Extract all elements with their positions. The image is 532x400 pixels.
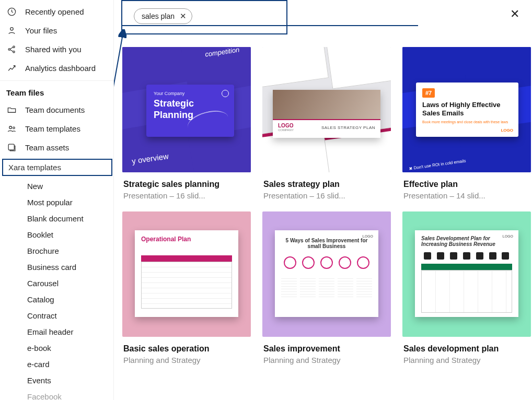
template-subtitle: Planning and Strategy <box>123 356 250 364</box>
thumb-text: Sales Development Plan for Increasing Bu… <box>421 236 512 247</box>
xara-brochure[interactable]: Brochure <box>0 243 113 259</box>
main: sales plan ✕ ✕ competition y overview <box>114 0 532 400</box>
template-card[interactable]: LOGO 5 Ways of Sales Improvement for sma… <box>262 211 391 364</box>
nav-label: Recently opened <box>25 7 84 16</box>
template-title: Sales strategy plan <box>263 180 390 189</box>
svg-rect-7 <box>8 144 14 150</box>
thumb-text: LOGO <box>502 234 513 238</box>
xara-most-popular[interactable]: Most popular <box>0 194 113 210</box>
share-icon <box>6 44 17 54</box>
nav-label: Shared with you <box>25 45 82 54</box>
search-chip-text: sales plan <box>142 12 175 20</box>
xara-blank-document[interactable]: Blank document <box>0 210 113 227</box>
nav-team-assets[interactable]: Team assets <box>0 138 113 157</box>
nav-team-templates[interactable]: Team templates <box>0 119 113 138</box>
nav-team-documents[interactable]: Team documents <box>0 100 113 119</box>
svg-point-6 <box>13 127 15 129</box>
template-subtitle: Presentation – 14 slid... <box>403 191 530 200</box>
thumb-text: Operational Plan <box>141 236 232 243</box>
template-grid: competition y overview Your Company Stra… <box>121 47 532 364</box>
thumb-text: Your Company <box>154 91 227 96</box>
template-card[interactable]: LOGO Sales Development Plan for Increasi… <box>402 211 531 364</box>
close-icon[interactable]: ✕ <box>510 7 519 21</box>
template-title: Sales improvement <box>263 344 390 354</box>
template-card[interactable]: competition y overview Your Company Stra… <box>122 47 251 200</box>
search-area: sales plan ✕ ✕ <box>121 0 532 40</box>
xara-ebook[interactable]: e-book <box>0 340 113 356</box>
thumb-text: LOGO <box>362 234 373 238</box>
template-subtitle: Planning and Strategy <box>403 356 530 364</box>
nav-label: Team documents <box>25 105 85 114</box>
template-subtitle: Presentation – 16 slid... <box>263 191 390 200</box>
thumb-text: COMPANY <box>278 128 294 132</box>
template-subtitle: Presentation – 16 slid... <box>123 191 250 200</box>
person-icon <box>6 25 17 36</box>
people-icon <box>6 123 17 134</box>
svg-point-4 <box>13 51 14 52</box>
team-files-heading: Team files <box>0 84 113 100</box>
chip-close-icon[interactable]: ✕ <box>180 11 187 21</box>
thumb-text: Laws of Highly Effective Sales Emails <box>422 101 512 118</box>
nav-label: Team templates <box>25 124 80 133</box>
svg-point-5 <box>9 126 11 128</box>
folder-icon <box>6 104 17 115</box>
sidebar: Recently opened Your files Shared with y… <box>0 0 114 400</box>
template-title: Effective plan <box>403 180 530 189</box>
analytics-icon <box>6 63 17 73</box>
template-subtitle: Planning and Strategy <box>263 356 390 364</box>
xara-templates-heading[interactable]: Xara templates <box>2 159 112 176</box>
template-thumbnail: competition y overview Your Company Stra… <box>122 47 251 172</box>
nav-analytics[interactable]: Analytics dashboard <box>0 58 113 77</box>
annotation-underline <box>121 25 418 26</box>
thumb-badge: #7 <box>422 88 435 98</box>
xara-carousel[interactable]: Carousel <box>0 275 113 291</box>
xara-events[interactable]: Events <box>0 372 113 389</box>
xara-email-header[interactable]: Email header <box>0 324 113 340</box>
nav-recently-opened[interactable]: Recently opened <box>0 2 113 21</box>
thumb-text: Book more meetings and close deals with … <box>422 120 512 124</box>
search-chip[interactable]: sales plan ✕ <box>134 8 192 24</box>
nav-your-files[interactable]: Your files <box>0 21 113 40</box>
template-thumbnail: LOGO Sales Development Plan for Increasi… <box>402 211 531 337</box>
svg-point-2 <box>8 48 10 50</box>
xara-new[interactable]: New <box>0 178 113 194</box>
template-title: Basic sales operation <box>123 344 250 354</box>
xara-business-card[interactable]: Business card <box>0 259 113 275</box>
template-card[interactable]: ✖ Don't use ROI in cold emails #7 Laws o… <box>402 47 531 200</box>
xara-ecard[interactable]: e-card <box>0 356 113 372</box>
nav-label: Analytics dashboard <box>25 64 96 73</box>
clock-icon <box>6 6 17 17</box>
template-thumbnail: Operational Plan <box>122 211 251 337</box>
template-card[interactable]: LOGOCOMPANY SALES STRATEGY PLAN Sales st… <box>262 47 391 200</box>
xara-booklet[interactable]: Booklet <box>0 227 113 243</box>
template-title: Strategic sales planning <box>123 180 250 189</box>
xara-facebook[interactable]: Facebook <box>0 389 113 400</box>
divider <box>0 80 113 81</box>
thumb-text: LOGO <box>501 128 513 133</box>
template-title: Sales development plan <box>403 344 530 354</box>
xara-contract[interactable]: Contract <box>0 308 113 324</box>
svg-point-3 <box>13 46 14 48</box>
nav-label: Your files <box>25 26 57 35</box>
thumb-text: 5 Ways of Sales Improvement for small Bu… <box>281 238 372 249</box>
svg-point-1 <box>10 27 13 30</box>
thumb-text: LOGO <box>278 123 293 128</box>
template-thumbnail: LOGOCOMPANY SALES STRATEGY PLAN <box>262 47 391 172</box>
assets-icon <box>6 142 17 152</box>
nav-label: Team assets <box>25 143 69 152</box>
nav-shared[interactable]: Shared with you <box>0 40 113 58</box>
thumb-text: SALES STRATEGY PLAN <box>321 125 375 130</box>
template-card[interactable]: Operational Plan Basic sales operation P… <box>122 211 251 364</box>
xara-catalog[interactable]: Catalog <box>0 291 113 308</box>
template-thumbnail: ✖ Don't use ROI in cold emails #7 Laws o… <box>402 47 531 172</box>
template-thumbnail: LOGO 5 Ways of Sales Improvement for sma… <box>262 211 391 337</box>
